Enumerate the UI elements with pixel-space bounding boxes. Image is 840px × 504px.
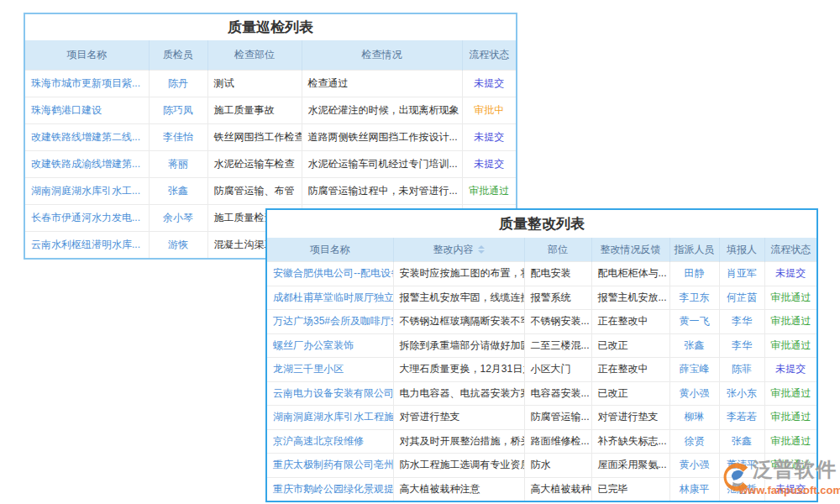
column-header-label: 填报人 bbox=[727, 244, 757, 255]
column-header-label: 指派人员 bbox=[675, 244, 715, 255]
reporter-link[interactable]: 张鑫 bbox=[719, 429, 764, 454]
inspector-link[interactable]: 陈丹 bbox=[149, 71, 207, 97]
column-header: 检查部位 bbox=[207, 40, 302, 71]
feedback-cell: 已完毕 bbox=[591, 477, 669, 501]
inspection-table-title: 质量巡检列表 bbox=[25, 14, 516, 40]
reporter-link[interactable]: 何芷茵 bbox=[719, 286, 764, 310]
assignee-link[interactable]: 黄小强 bbox=[669, 381, 719, 406]
flow-status-badge: 审批通过 bbox=[764, 381, 816, 406]
column-header: 填报人 bbox=[719, 238, 764, 262]
watermark-url: www.fanpusoft.com bbox=[739, 484, 840, 496]
check-situation-cell: 检查通过 bbox=[302, 71, 462, 97]
table-row: 云南电力设备安装有限公司20...电力电容器、电抗器安装方案,...电容器安装.… bbox=[267, 381, 816, 406]
column-header: 指派人员 bbox=[669, 238, 719, 262]
flow-status-badge: 审批通过 bbox=[462, 178, 516, 205]
table-row: 龙湖三千里小区大理石质量更换，12月31日之...小区大门正在整改中薛宝峰陈菲未… bbox=[267, 358, 816, 382]
column-header[interactable]: 整改内容 bbox=[393, 238, 524, 262]
reporter-link[interactable]: 张小东 bbox=[719, 381, 764, 406]
project-name-link[interactable]: 京沪高速北京段维修 bbox=[267, 429, 393, 454]
column-header: 整改情况反馈 bbox=[591, 238, 669, 262]
rectify-content-cell: 大理石质量更换，12月31日之... bbox=[393, 358, 524, 382]
project-name-link[interactable]: 龙湖三千里小区 bbox=[267, 358, 393, 382]
project-name-link[interactable]: 改建铁路成渝线增建第... bbox=[25, 151, 149, 178]
feedback-cell: 正在整改中 bbox=[591, 358, 669, 382]
flow-status-badge: 未提交 bbox=[462, 151, 516, 178]
table-row: 珠海鹤港口建设陈巧凤施工质量事故水泥砼灌注的时候，出现离析现象审批中 bbox=[25, 97, 516, 124]
project-name-link[interactable]: 重庆太极制药有限公司亳州中... bbox=[267, 454, 393, 478]
project-name-link[interactable]: 湖南洞庭湖水库引水工... bbox=[25, 178, 149, 205]
project-name-link[interactable]: 云南水利枢纽潜明水库... bbox=[25, 232, 149, 259]
part-cell: 防腐管运输... bbox=[524, 406, 591, 430]
watermark: 泛普软件 www.fanpusoft.com bbox=[721, 459, 840, 499]
column-header: 质检员 bbox=[149, 40, 207, 71]
rectify-content-cell: 不锈钢边框玻璃隔断安装不牢... bbox=[393, 310, 524, 334]
project-name-link[interactable]: 珠海市城市更新项目紫... bbox=[25, 71, 149, 97]
part-cell: 电容器安装... bbox=[524, 381, 591, 406]
project-name-link[interactable]: 万达广场35#会所及咖啡厅空... bbox=[267, 310, 393, 334]
reporter-link[interactable]: 李华 bbox=[719, 310, 764, 334]
rectify-content-cell: 对其及时开展整治措施，桥头... bbox=[393, 429, 524, 454]
watermark-brand: 泛普软件 bbox=[753, 459, 837, 480]
flow-status-badge: 审批通过 bbox=[764, 429, 816, 454]
inspector-link[interactable]: 游恢 bbox=[149, 232, 207, 259]
table-row: 安徽合肥供电公司--配电设备...安装时应按施工图的布置，将...配电安装配电柜… bbox=[267, 262, 816, 286]
column-header: 项目名称 bbox=[267, 238, 393, 262]
assignee-link[interactable]: 李卫东 bbox=[669, 286, 719, 310]
table-row: 改建铁路线增建第二线...李佳怡铁丝网围挡工作检查道路两侧铁丝网围挡工作按设计.… bbox=[25, 124, 516, 151]
column-header: 检查情况 bbox=[302, 40, 462, 71]
inspector-link[interactable]: 余小琴 bbox=[149, 205, 207, 232]
table-row: 成都杜甫草堂临时展厅独立展...报警主机安放牢固，线缆连接...报警系统报警主机… bbox=[267, 286, 816, 310]
column-header-label: 项目名称 bbox=[310, 244, 350, 255]
assignee-link[interactable]: 林康平 bbox=[669, 477, 719, 501]
table-row: 螺丝厂办公室装饰拆除到承重墙部分请做好加固...二至三楼混...已改正张鑫李华审… bbox=[267, 333, 816, 358]
flow-status-badge: 未提交 bbox=[462, 124, 516, 151]
project-name-link[interactable]: 湖南洞庭湖水库引水工程施工标 bbox=[267, 406, 393, 430]
reporter-link[interactable]: 李华 bbox=[719, 333, 764, 358]
reporter-link[interactable]: 陈菲 bbox=[719, 358, 764, 382]
inspector-link[interactable]: 陈巧凤 bbox=[149, 97, 207, 124]
check-part-cell: 防腐管运输、布管 bbox=[207, 178, 302, 205]
part-cell: 高大植被栽种 bbox=[524, 477, 591, 501]
feedback-cell: 配电柜柜体与... bbox=[591, 262, 669, 286]
sort-icon[interactable] bbox=[478, 245, 485, 254]
part-cell: 配电安装 bbox=[524, 262, 591, 286]
assignee-link[interactable]: 黄一飞 bbox=[669, 310, 719, 334]
flow-status-badge: 未提交 bbox=[462, 71, 516, 97]
column-header-label: 项目名称 bbox=[66, 49, 107, 60]
project-name-link[interactable]: 珠海鹤港口建设 bbox=[25, 97, 149, 124]
rectify-content-cell: 对管进行垫支 bbox=[393, 406, 524, 430]
check-situation-cell: 道路两侧铁丝网围挡工作按设计... bbox=[302, 124, 462, 151]
assignee-link[interactable]: 田静 bbox=[669, 262, 719, 286]
part-cell: 不锈钢安装... bbox=[524, 310, 591, 334]
check-situation-cell: 防腐管运输过程中，未对管进行... bbox=[302, 178, 462, 205]
check-part-cell: 测试 bbox=[207, 71, 302, 97]
assignee-link[interactable]: 薛宝峰 bbox=[669, 358, 719, 382]
flow-status-badge: 未提交 bbox=[764, 262, 816, 286]
assignee-link[interactable]: 张鑫 bbox=[669, 333, 719, 358]
column-header-label: 整改内容 bbox=[433, 244, 474, 255]
assignee-link[interactable]: 徐贤 bbox=[669, 429, 719, 454]
project-name-link[interactable]: 云南电力设备安装有限公司20... bbox=[267, 381, 393, 406]
column-header-label: 质检员 bbox=[163, 49, 193, 60]
project-name-link[interactable]: 重庆市鹅岭公园绿化景观提升... bbox=[267, 477, 393, 501]
inspector-link[interactable]: 蒋丽 bbox=[149, 151, 207, 178]
inspector-link[interactable]: 李佳怡 bbox=[149, 124, 207, 151]
column-header: 部位 bbox=[524, 238, 591, 262]
project-name-link[interactable]: 螺丝厂办公室装饰 bbox=[267, 333, 393, 358]
check-part-cell: 水泥砼运输车检查 bbox=[207, 151, 302, 178]
feedback-cell: 已改正 bbox=[591, 381, 669, 406]
feedback-cell: 屋面采用聚氨... bbox=[591, 454, 669, 478]
assignee-link[interactable]: 柳琳 bbox=[669, 406, 719, 430]
assignee-link[interactable]: 黄小强 bbox=[669, 454, 719, 478]
table-row: 湖南洞庭湖水库引水工...张鑫防腐管运输、布管防腐管运输过程中，未对管进行...… bbox=[25, 178, 516, 205]
flow-status-badge: 审批通过 bbox=[764, 406, 816, 430]
project-name-link[interactable]: 改建铁路线增建第二线... bbox=[25, 124, 149, 151]
project-name-link[interactable]: 长春市伊通河水力发电... bbox=[25, 205, 149, 232]
flow-status-badge: 未提交 bbox=[764, 358, 816, 382]
project-name-link[interactable]: 安徽合肥供电公司--配电设备... bbox=[267, 262, 393, 286]
project-name-link[interactable]: 成都杜甫草堂临时展厅独立展... bbox=[267, 286, 393, 310]
reporter-link[interactable]: 肖亚军 bbox=[719, 262, 764, 286]
rectify-content-cell: 电力电容器、电抗器安装方案,... bbox=[393, 381, 524, 406]
inspector-link[interactable]: 张鑫 bbox=[149, 178, 207, 205]
reporter-link[interactable]: 李若若 bbox=[719, 406, 764, 430]
